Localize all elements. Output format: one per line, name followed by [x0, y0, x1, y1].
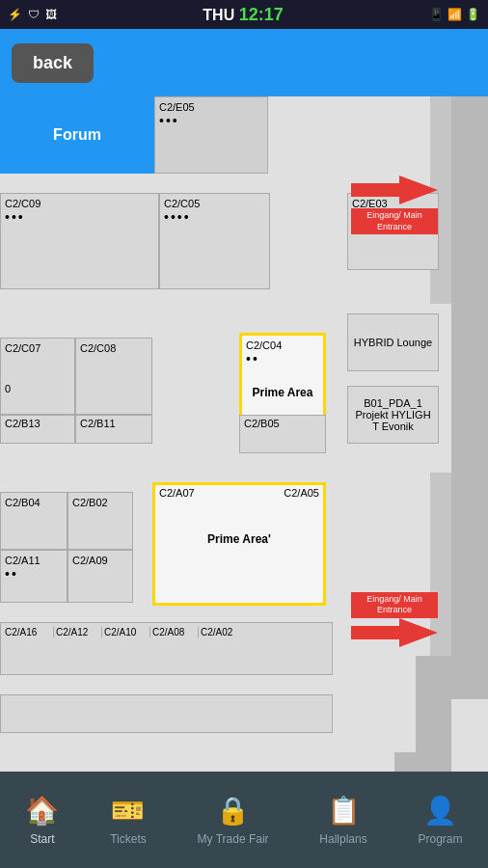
booth-c2c09-dots: ••• [5, 209, 154, 225]
entrance-arrow-top-svg [351, 176, 438, 204]
booth-c2c05-label: C2/C05 [164, 198, 265, 209]
entrance-bottom-label: Eingang/ Main Entrance [351, 592, 438, 618]
booth-prime-area-2[interactable]: C2/A07 C2/A05 Prime Area' [152, 482, 326, 606]
booth-c2c08-label: C2/C08 [80, 342, 148, 354]
wifi-icon: 📶 [447, 8, 462, 21]
nav-tickets-label: Tickets [110, 832, 147, 846]
prime-area-2-center: Prime Area' [155, 501, 323, 578]
nav-program-label: Program [419, 832, 463, 846]
booth-c2b11-label: C2/B11 [80, 418, 148, 429]
nav-hallplans[interactable]: 📋 Hallplans [319, 795, 366, 846]
booth-c2c07[interactable]: C2/C07 0 [0, 338, 75, 415]
booth-c2c05[interactable]: C2/C05 •••• [159, 193, 270, 289]
prime-area-1-label: Prime Area [246, 386, 319, 399]
booth-c2a10[interactable]: C2/A10 [101, 627, 149, 637]
entrance-bottom-container: Eingang/ Main Entrance [351, 592, 438, 651]
nav-tickets[interactable]: 🎫 Tickets [110, 795, 147, 846]
booth-c2c08[interactable]: C2/C08 [75, 338, 152, 415]
booth-c2a11[interactable]: C2/A11 •• [0, 550, 68, 603]
nav-start[interactable]: 🏠 Start [25, 795, 59, 846]
booth-c2e05[interactable]: C2/E05 ••• [154, 96, 268, 174]
status-bar: ⚡ 🛡 🖼 THU 12:17 📱 📶 🔋 [0, 0, 488, 29]
booth-c2e05-label: C2/E05 [159, 101, 263, 113]
forum-label: Forum [53, 126, 101, 144]
status-right-icons: 📱 📶 🔋 [429, 8, 480, 21]
nav-start-label: Start [30, 832, 54, 846]
booth-c2a08[interactable]: C2/A08 [149, 627, 198, 637]
prime-area-2-text: Prime Area' [207, 532, 271, 546]
booth-c2a05-label: C2/A05 [239, 487, 319, 499]
svg-marker-0 [351, 176, 438, 204]
battery-icon: 🔋 [466, 8, 480, 21]
booth-c2a09[interactable]: C2/A09 [68, 550, 133, 603]
usb-icon: ⚡ [8, 8, 22, 21]
prime-area-2-labels: C2/A07 C2/A05 [155, 485, 323, 501]
booth-c2c09-label: C2/C09 [5, 198, 154, 209]
program-icon: 👤 [423, 795, 457, 827]
entrance-top-label: Eingang/ Main Entrance [351, 208, 438, 234]
booth-c2c04-label: C2/C04 [246, 339, 319, 351]
booth-c2a09-label: C2/A09 [72, 555, 128, 566]
hybrid-lounge-label: HYBRID Lounge [354, 337, 432, 348]
booth-c2b04-label: C2/B04 [5, 497, 63, 508]
header-bar: back [0, 29, 488, 96]
booth-c2b13[interactable]: C2/B13 [0, 415, 75, 444]
booth-c2c07-num: 0 [5, 383, 70, 394]
booth-c2b02-label: C2/B02 [72, 497, 128, 508]
booth-c2a02[interactable]: C2/A02 [198, 627, 246, 637]
hallplans-icon: 📋 [327, 795, 361, 827]
booth-c2c07-label: C2/C07 [5, 342, 70, 354]
trade-fair-icon: 🔒 [216, 795, 250, 827]
booth-c2b05-label: C2/B05 [244, 418, 321, 429]
nav-my-trade-fair[interactable]: 🔒 My Trade Fair [198, 795, 269, 846]
booth-hybrid-lounge[interactable]: HYBRID Lounge [347, 313, 439, 371]
nav-trade-fair-label: My Trade Fair [198, 832, 269, 846]
booth-b01pda[interactable]: B01_PDA_1 Projekt HYLIGH T Evonik [347, 386, 439, 444]
svg-marker-1 [351, 618, 438, 647]
booth-c2e05-dots: ••• [159, 113, 263, 128]
status-time: THU 12:17 [203, 5, 283, 25]
entrance-arrow-bottom-svg [351, 618, 438, 647]
image-icon: 🖼 [45, 8, 57, 21]
b01pda-label: B01_PDA_1 Projekt HYLIGH T Evonik [352, 397, 434, 432]
tickets-icon: 🎫 [111, 795, 145, 827]
nav-hallplans-label: Hallplans [319, 832, 366, 846]
booth-c2a07-label: C2/A07 [159, 487, 239, 499]
booth-bottom-empty [0, 694, 333, 733]
home-icon: 🏠 [25, 795, 59, 827]
nav-program[interactable]: 👤 Program [419, 795, 463, 846]
booth-c2a11-dots: •• [5, 566, 63, 582]
booth-row5: C2/A16 C2/A12 C2/A10 C2/A08 C2/A02 [0, 622, 333, 675]
forum-booth[interactable]: Forum [0, 96, 154, 174]
booth-c2b05[interactable]: C2/B05 [239, 415, 326, 453]
booth-c2b02[interactable]: C2/B02 [68, 492, 133, 550]
booth-c2c04-dots: •• [246, 351, 319, 366]
shield-icon: 🛡 [28, 8, 40, 21]
booth-c2c09[interactable]: C2/C09 ••• [0, 193, 159, 289]
entrance-top-container: Eingang/ Main Entrance [351, 176, 438, 234]
back-button[interactable]: back [12, 43, 94, 83]
bottom-navigation: 🏠 Start 🎫 Tickets 🔒 My Trade Fair 📋 Hall… [0, 772, 488, 868]
booth-c2a11-label: C2/A11 [5, 555, 63, 566]
phone-icon: 📱 [429, 8, 444, 21]
hall-plan-area: Forum C2/E05 ••• Eingang/ Main Entrance … [0, 96, 488, 829]
status-icons: ⚡ 🛡 🖼 [8, 8, 57, 21]
booth-c2b11[interactable]: C2/B11 [75, 415, 152, 444]
booth-c2b13-label: C2/B13 [5, 418, 70, 429]
booth-c2a12[interactable]: C2/A12 [53, 627, 101, 637]
booth-c2b04[interactable]: C2/B04 [0, 492, 68, 550]
booth-c2c05-dots: •••• [164, 209, 265, 225]
booth-c2a16[interactable]: C2/A16 [5, 627, 53, 637]
